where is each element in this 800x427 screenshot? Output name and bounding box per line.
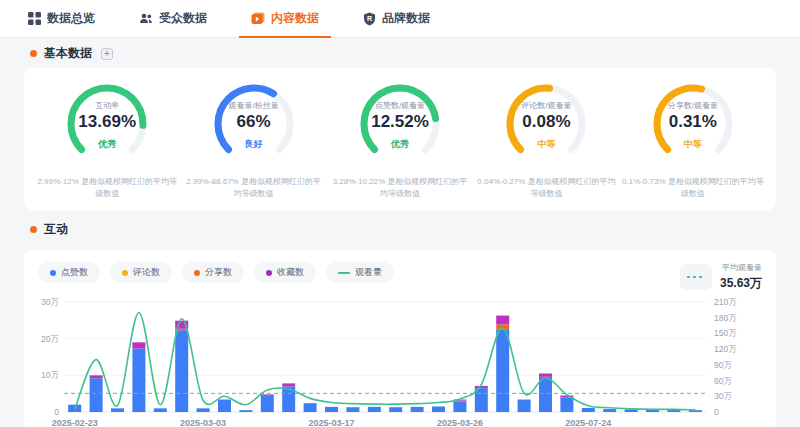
gauge-title: 点赞数/观看量	[328, 100, 472, 111]
line-marker-icon	[338, 272, 350, 274]
tab-label: 受众数据	[159, 10, 207, 27]
svg-text:210万: 210万	[714, 297, 737, 307]
gauge-value: 0.08%	[474, 112, 618, 132]
legend-label: 观看量	[355, 266, 382, 279]
svg-text:0: 0	[714, 407, 719, 417]
legend-label: 点赞数	[61, 266, 88, 279]
gauge-note: 0.1%-0.73% 是相似规模网红们的平均等级数值	[622, 176, 764, 200]
gauge-rating: 优秀	[35, 138, 179, 151]
tab-label: 品牌数据	[382, 10, 430, 27]
gauge-likes-per-view: 点赞数/观看量 12.52% 优秀 3.28%-10.22% 是相似规模网红们的…	[327, 80, 473, 200]
svg-text:150万: 150万	[714, 328, 737, 338]
svg-text:90万: 90万	[714, 360, 732, 370]
gauges-card: 互动率 13.69% 优秀 2.99%-12% 是相似规模网红们的平均等级数值 …	[24, 68, 776, 210]
orange-bullet-icon	[30, 50, 37, 57]
gauge-note: 3.28%-10.22% 是相似规模网红们的平均等级数值	[329, 176, 471, 200]
average-views-value: 35.63万	[720, 275, 762, 292]
gauge-rating: 中等	[474, 138, 618, 151]
svg-text:R: R	[367, 15, 372, 22]
gauge-title: 观看量/粉丝量	[182, 100, 326, 111]
gauge-value: 12.52%	[328, 112, 472, 132]
legend-label: 分享数	[205, 266, 232, 279]
svg-text:30万: 30万	[41, 297, 59, 307]
dot-marker-icon	[122, 270, 128, 276]
legend-item-分享数[interactable]: 分享数	[182, 262, 244, 283]
tab-label: 数据总览	[47, 10, 95, 27]
gauge-title: 互动率	[35, 100, 179, 111]
gauge-engagement-rate: 互动率 13.69% 优秀 2.99%-12% 是相似规模网红们的平均等级数值	[34, 80, 180, 200]
basic-data-title: 基本数据	[44, 45, 92, 62]
svg-text:2025-03-03: 2025-03-03	[180, 418, 226, 427]
gauge-note: 2.99%-88.67% 是相似规模网红们的平均等级数值	[183, 176, 325, 200]
chart-legend: 点赞数评论数分享数收藏数观看量	[38, 262, 680, 283]
tab-audience-data[interactable]: 受众数据	[139, 0, 207, 38]
svg-text:10万: 10万	[41, 370, 59, 380]
svg-text:2025-03-26: 2025-03-26	[437, 418, 483, 427]
svg-text:2025-07-24: 2025-07-24	[565, 418, 611, 427]
svg-text:20万: 20万	[41, 334, 59, 344]
content-icon	[251, 12, 265, 25]
svg-text:60万: 60万	[714, 376, 732, 386]
add-icon[interactable]: +	[101, 48, 113, 60]
gauge-value: 13.69%	[35, 112, 179, 132]
tab-content-data[interactable]: 内容数据	[251, 0, 319, 38]
top-nav: 数据总览 受众数据 内容数据 R 品牌数据	[0, 0, 800, 38]
brand-icon: R	[363, 12, 376, 26]
gauge-note: 2.99%-12% 是相似规模网红们的平均等级数值	[36, 176, 178, 200]
gauge-title: 评论数/观看量	[474, 100, 618, 111]
tab-brand-data[interactable]: R 品牌数据	[363, 0, 430, 38]
gauge-value: 66%	[182, 112, 326, 132]
gauge-shares-per-view: 分享数/观看量 0.31% 中等 0.1%-0.73% 是相似规模网红们的平均等…	[620, 80, 766, 200]
gauge-comments-per-view: 评论数/观看量 0.08% 中等 0.04%-0.27% 是相似规模网红们的平均…	[473, 80, 619, 200]
interaction-chart[interactable]: 30万20万10万0210万180万150万120万90万60万30万02025…	[38, 292, 762, 427]
interaction-title: 互动	[44, 221, 68, 238]
legend-item-点赞数[interactable]: 点赞数	[38, 262, 100, 283]
dot-marker-icon	[50, 270, 56, 276]
legend-label: 收藏数	[277, 266, 304, 279]
legend-item-评论数[interactable]: 评论数	[110, 262, 172, 283]
gauge-rating: 良好	[182, 138, 326, 151]
dot-marker-icon	[194, 270, 200, 276]
legend-label: 评论数	[133, 266, 160, 279]
gauge-title: 分享数/观看量	[621, 100, 765, 111]
legend-item-观看量[interactable]: 观看量	[326, 262, 394, 283]
average-views-label: 平均观看量	[720, 262, 762, 273]
svg-text:30万: 30万	[714, 391, 732, 401]
svg-text:180万: 180万	[714, 313, 737, 323]
dot-marker-icon	[266, 270, 272, 276]
gauge-rating: 中等	[621, 138, 765, 151]
dashed-line-icon	[680, 264, 712, 290]
legend-item-收藏数[interactable]: 收藏数	[254, 262, 316, 283]
interaction-header: 互动	[0, 210, 800, 244]
basic-data-header: 基本数据 +	[0, 38, 800, 68]
svg-text:2025-02-23: 2025-02-23	[52, 418, 98, 427]
orange-bullet-icon	[30, 226, 37, 233]
svg-text:120万: 120万	[714, 344, 737, 354]
tab-data-overview[interactable]: 数据总览	[28, 0, 95, 38]
gauge-rating: 优秀	[328, 138, 472, 151]
svg-text:0: 0	[54, 407, 59, 417]
average-views-box: 平均观看量 35.63万	[680, 262, 762, 292]
gauge-note: 0.04%-0.27% 是相似规模网红们的平均等级数值	[475, 176, 617, 200]
svg-text:2025-03-17: 2025-03-17	[308, 418, 354, 427]
grid-icon	[28, 12, 41, 25]
gauge-value: 0.31%	[621, 112, 765, 132]
gauge-views-per-follower: 观看量/粉丝量 66% 良好 2.99%-88.67% 是相似规模网红们的平均等…	[180, 80, 326, 200]
tab-label: 内容数据	[271, 10, 319, 27]
audience-icon	[139, 12, 153, 25]
interaction-chart-card: 点赞数评论数分享数收藏数观看量 平均观看量 35.63万 30万20万10万02…	[24, 250, 776, 427]
